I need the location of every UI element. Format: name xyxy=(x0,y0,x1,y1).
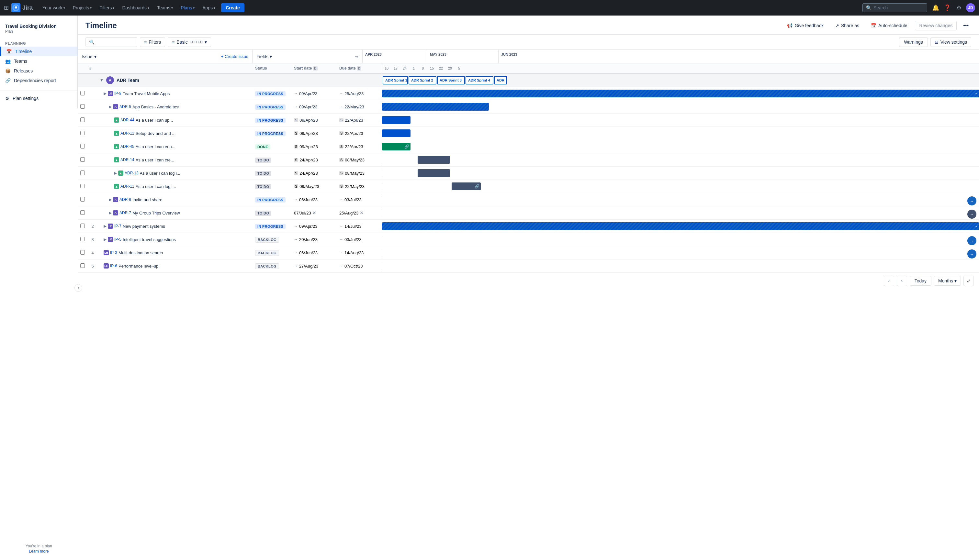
issue-key[interactable]: ADR-11 xyxy=(120,184,134,188)
help-icon[interactable]: ❓ xyxy=(943,3,952,12)
nav-filters[interactable]: Filters ▾ xyxy=(96,4,117,12)
gantt-prev-button[interactable]: ‹ xyxy=(884,276,894,286)
issue-key[interactable]: IP-7 xyxy=(114,224,121,228)
expand-icon[interactable]: ▶ xyxy=(109,105,112,109)
row-checkbox[interactable] xyxy=(80,91,85,95)
issue-name[interactable]: Multi-destination search xyxy=(119,250,163,255)
nav-apps[interactable]: Apps ▾ xyxy=(199,4,219,12)
issue-key[interactable]: IP-6 xyxy=(110,264,117,268)
give-feedback-button[interactable]: 📢 Give feedback xyxy=(783,21,827,30)
issue-name[interactable]: New payment systems xyxy=(123,224,165,229)
issue-key[interactable]: ADR-6 xyxy=(119,197,131,202)
issue-key[interactable]: ADR-12 xyxy=(120,131,134,135)
row-checkbox[interactable] xyxy=(80,223,85,228)
row-checkbox[interactable] xyxy=(80,237,85,241)
gantt-next-button[interactable]: › xyxy=(897,276,907,286)
clear-due-icon[interactable]: ✕ xyxy=(360,210,364,215)
expand-icon[interactable]: ▶ xyxy=(109,211,112,215)
view-settings-button[interactable]: ⊟ View settings xyxy=(931,37,971,47)
more-options-button[interactable]: ••• xyxy=(961,21,971,30)
fullscreen-button[interactable]: ⤢ xyxy=(964,276,974,286)
row-checkbox[interactable] xyxy=(80,210,85,215)
nav-logo[interactable]: Jira xyxy=(11,3,33,12)
sidebar-item-dependencies[interactable]: 🔗 Dependencies report xyxy=(0,76,77,85)
issue-name[interactable]: Setup dev and and ... xyxy=(135,131,176,136)
issue-key[interactable]: ADR-14 xyxy=(120,158,134,162)
issue-col-header[interactable]: Issue ▾ xyxy=(78,52,217,62)
months-dropdown[interactable]: Months ▾ xyxy=(934,276,961,286)
row-checkbox[interactable] xyxy=(80,131,85,135)
share-as-button[interactable]: ↗ Share as xyxy=(831,21,863,30)
issue-type-icon: A xyxy=(113,210,118,215)
row-checkbox[interactable] xyxy=(80,197,85,202)
sprint-5-label: ADR xyxy=(494,76,507,85)
issue-name[interactable]: App Basics - Android test xyxy=(132,105,179,109)
timeline-search-box[interactable]: 🔍 xyxy=(85,37,137,47)
row-checkbox[interactable] xyxy=(80,250,85,255)
nav-teams[interactable]: Teams ▾ xyxy=(154,4,176,12)
sidebar-item-timeline[interactable]: 📅 Timeline xyxy=(0,47,77,56)
clear-date-icon[interactable]: ✕ xyxy=(312,210,316,215)
notifications-icon[interactable]: 🔔 xyxy=(931,3,940,12)
issue-name[interactable]: As a user I can ena... xyxy=(135,144,175,149)
sidebar-item-teams[interactable]: 👥 Teams xyxy=(0,56,77,66)
review-changes-button[interactable]: Review changes xyxy=(915,21,957,30)
learn-more-link[interactable]: Learn more xyxy=(29,549,48,553)
filters-button[interactable]: ≡ Filters xyxy=(140,37,165,47)
expand-icon[interactable]: ▶ xyxy=(114,171,117,175)
settings-icon[interactable]: ⚙ xyxy=(954,3,964,12)
issue-name[interactable]: Team Travel Mobile Apps xyxy=(123,91,170,96)
issue-key[interactable]: IP-3 xyxy=(110,250,117,255)
expand-cols-icon[interactable]: ⇔ xyxy=(355,54,358,59)
nav-projects[interactable]: Projects ▾ xyxy=(70,4,95,12)
issue-name[interactable]: My Group Trips Overview xyxy=(132,211,180,215)
user-avatar[interactable]: JD xyxy=(966,3,975,12)
timeline-container[interactable]: Issue ▾ + Create issue Fields ▾ ⇔ APR 20… xyxy=(78,50,979,560)
expand-icon[interactable]: ▶ xyxy=(104,224,107,228)
basic-button[interactable]: ≡ Basic EDITED ▾ xyxy=(168,37,211,47)
issue-name[interactable]: As a user I can log i... xyxy=(140,171,180,176)
search-box[interactable]: 🔍 Search xyxy=(862,3,927,12)
issue-key[interactable]: ADR-5 xyxy=(119,105,131,109)
expand-icon[interactable]: ▶ xyxy=(104,91,107,96)
today-button[interactable]: Today xyxy=(910,276,931,286)
issue-key[interactable]: IP-8 xyxy=(114,91,121,96)
nav-your-work[interactable]: Your work ▾ xyxy=(39,4,68,12)
issue-key[interactable]: IP-5 xyxy=(114,237,121,242)
issue-key[interactable]: ADR-45 xyxy=(120,144,134,149)
expand-icon[interactable]: ▶ xyxy=(109,197,112,202)
grid-icon[interactable]: ⊞ xyxy=(4,4,9,11)
create-issue-button[interactable]: + Create issue xyxy=(217,52,252,61)
issue-name[interactable]: Performance level-up xyxy=(119,264,159,268)
table-row: ▲ ADR-45 As a user I can ena... DONE S 0… xyxy=(78,140,979,153)
row-checkbox[interactable] xyxy=(80,263,85,268)
create-button[interactable]: Create xyxy=(221,3,244,12)
fields-col-header[interactable]: Fields ▾ ⇔ xyxy=(252,50,363,63)
expand-icon[interactable]: ▶ xyxy=(104,237,107,242)
issue-key[interactable]: ADR-44 xyxy=(120,118,134,122)
row-checkbox[interactable] xyxy=(80,184,85,188)
sidebar-item-plan-settings[interactable]: ⚙ Plan settings xyxy=(0,93,77,103)
row-checkbox[interactable] xyxy=(80,144,85,148)
row-checkbox[interactable] xyxy=(80,157,85,162)
issue-key[interactable]: ADR-13 xyxy=(125,171,139,175)
sidebar-item-releases[interactable]: 📦 Releases xyxy=(0,66,77,76)
collapse-sidebar-button[interactable]: ‹ xyxy=(74,284,82,292)
row-checkbox[interactable] xyxy=(80,104,85,109)
row-checkbox[interactable] xyxy=(80,117,85,122)
row-checkbox[interactable] xyxy=(80,170,85,175)
jun-month-header: JUN 2023 xyxy=(499,50,531,63)
issue-name[interactable]: Intelligent travel suggestions xyxy=(123,237,176,242)
collapse-arrow[interactable]: ▼ xyxy=(100,78,104,82)
issue-key[interactable]: ADR-7 xyxy=(119,211,131,215)
issue-name[interactable]: Invite and share xyxy=(132,197,162,202)
bottom-nav-bar: ‹ › Today Months ▾ ⤢ xyxy=(78,273,979,288)
auto-schedule-button[interactable]: 📅 Auto-schedule xyxy=(867,21,911,30)
warnings-button[interactable]: Warnings xyxy=(899,37,928,47)
issue-name[interactable]: As a user I can cre... xyxy=(135,158,174,162)
issue-type-icon: LE xyxy=(104,263,109,268)
issue-name[interactable]: As a user I can log i... xyxy=(135,184,176,189)
nav-plans[interactable]: Plans ▾ xyxy=(177,4,198,12)
issue-name[interactable]: As a user I can up... xyxy=(135,118,173,123)
nav-dashboards[interactable]: Dashboards ▾ xyxy=(119,4,152,12)
